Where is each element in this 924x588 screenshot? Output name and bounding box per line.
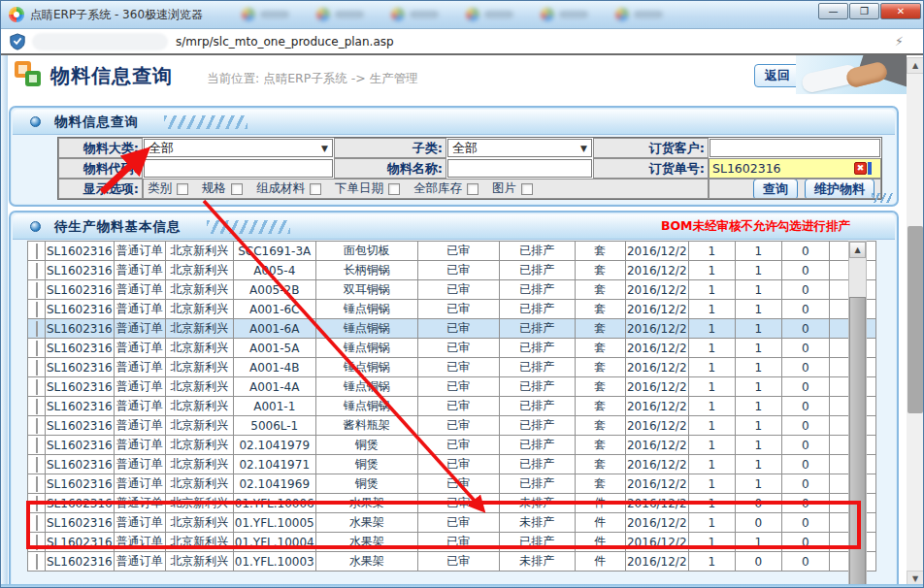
cell-customer: 北京新利兴: [165, 436, 233, 455]
cell-material-name: 铜煲: [315, 474, 417, 494]
url-text[interactable]: s/mrp/slc_mto_one_produce_plan.asp: [176, 35, 394, 49]
cell-unit: 套: [575, 377, 625, 397]
cell-audit-status: 已审: [417, 319, 499, 339]
option-picture-checkbox[interactable]: [521, 183, 533, 195]
cell-material-name: 双耳铜锅: [315, 280, 417, 300]
cell-qty-2: 1: [735, 280, 781, 300]
blurred-tab[interactable]: [466, 8, 513, 21]
row-checkbox[interactable]: [36, 399, 38, 414]
cell-order-type: 普通订单: [114, 416, 165, 436]
page-banner: 物料信息查询 当前位置: 点晴ERP子系统 -> 生产管理 返回: [8, 55, 907, 94]
cell-qty-1: 1: [688, 319, 735, 339]
cell-customer: 北京新利兴: [165, 280, 233, 300]
row-checkbox-cell: [28, 436, 46, 455]
option-spec-checkbox[interactable]: [231, 183, 243, 195]
scroll-up-icon[interactable]: ▲: [907, 57, 924, 74]
table-row: SL1602316普通订单北京新利兴02.1041979铜煲已审已排产套2016…: [28, 436, 876, 455]
option-category-checkbox[interactable]: [177, 183, 188, 195]
order-lookup-icon[interactable]: [868, 162, 872, 175]
customer-input[interactable]: [710, 139, 880, 157]
cell-qty-3: 0: [781, 377, 829, 397]
option-components-checkbox[interactable]: [310, 183, 321, 195]
material-name-input[interactable]: [447, 159, 592, 178]
blurred-tab-icon: [242, 8, 255, 21]
page-scrollbar[interactable]: ▲ ▼: [907, 57, 924, 587]
blurred-tab[interactable]: [615, 8, 663, 21]
cell-unit: 套: [575, 319, 625, 339]
page-scrollbar-thumb[interactable]: [908, 226, 923, 413]
cell-qty-1: 1: [688, 494, 735, 513]
row-checkbox[interactable]: [36, 418, 38, 434]
cell-qty-1: 1: [688, 397, 735, 416]
blurred-tab[interactable]: [541, 8, 588, 21]
row-checkbox[interactable]: [36, 438, 38, 453]
clear-order-icon[interactable]: ✖: [854, 162, 867, 175]
shield-icon[interactable]: [9, 33, 26, 50]
row-checkbox[interactable]: [36, 341, 38, 356]
order-no-input[interactable]: SL1602316 ✖: [709, 158, 881, 179]
chevron-down-icon: ▼: [321, 144, 328, 153]
cell-order-date: 2016/12/2: [625, 280, 688, 300]
cell-qty-2: 1: [735, 339, 781, 358]
blurred-tab[interactable]: [316, 8, 364, 21]
blurred-tab[interactable]: [242, 8, 289, 21]
row-checkbox[interactable]: [36, 554, 38, 570]
cell-order-date: 2016/12/2: [625, 436, 688, 455]
blurred-tab[interactable]: [391, 8, 439, 21]
subcategory-select[interactable]: 全部▼: [447, 139, 592, 157]
cell-audit-status: 已审: [417, 436, 499, 455]
table-row: SL1602316普通订单北京新利兴01.YFL.10003水果架已审未排产件2…: [28, 552, 876, 572]
minimize-button[interactable]: —: [818, 3, 848, 19]
cell-customer: 北京新利兴: [165, 455, 233, 474]
cell-material-code: 01.YFL.10004: [233, 533, 315, 552]
cell-customer: 北京新利兴: [165, 513, 233, 533]
maximize-button[interactable]: ❐: [849, 3, 879, 19]
cell-customer: 北京新利兴: [165, 552, 233, 572]
option-all-stock: 全部库存: [413, 180, 478, 197]
row-checkbox[interactable]: [36, 379, 38, 395]
cell-qty-3: 0: [781, 397, 829, 416]
row-checkbox[interactable]: [36, 263, 38, 278]
row-checkbox[interactable]: [36, 457, 38, 473]
row-checkbox[interactable]: [36, 535, 38, 550]
row-checkbox[interactable]: [36, 282, 38, 298]
table-scrollbar-thumb[interactable]: [849, 297, 866, 588]
cell-unit: 套: [575, 339, 625, 358]
sphere-icon: [30, 221, 41, 232]
scroll-up-icon[interactable]: ▲: [849, 242, 866, 258]
row-checkbox[interactable]: [36, 244, 38, 259]
row-checkbox[interactable]: [36, 302, 38, 317]
cell-qty-1: 1: [688, 261, 735, 280]
row-checkbox[interactable]: [36, 496, 38, 511]
back-button[interactable]: 返回: [754, 64, 801, 87]
cell-material-code: SCC1691-3A: [233, 242, 315, 261]
cell-unit: 套: [575, 358, 625, 377]
row-checkbox[interactable]: [36, 515, 38, 531]
cell-audit-status: 已审: [417, 552, 499, 572]
materials-table: SL1602316普通订单北京新利兴SCC1691-3A面包切板已审已排产套20…: [27, 241, 876, 572]
material-code-input[interactable]: [144, 159, 333, 178]
query-button[interactable]: 查询: [753, 179, 798, 199]
option-order-date-checkbox[interactable]: [388, 183, 400, 195]
browser-logo-icon: [9, 7, 24, 22]
blurred-tab-icon: [615, 8, 629, 21]
table-scrollbar[interactable]: ▲: [848, 241, 867, 588]
row-checkbox[interactable]: [36, 476, 38, 492]
cell-qty-2: 0: [735, 494, 781, 513]
row-checkbox-cell: [28, 494, 46, 513]
row-checkbox[interactable]: [36, 321, 38, 337]
row-checkbox[interactable]: [36, 360, 38, 376]
cell-material-code: A001-6A: [233, 319, 315, 339]
cell-order-no: SL1602316: [46, 474, 115, 494]
cell-material-code: A001-4A: [233, 377, 315, 397]
option-all-stock-checkbox[interactable]: [467, 183, 478, 195]
chevron-down-icon: ▼: [580, 144, 587, 153]
lightning-icon[interactable]: ⚡: [895, 34, 904, 49]
row-checkbox-cell: [28, 339, 46, 358]
close-button[interactable]: ✕: [880, 3, 921, 19]
address-bar: s/mrp/slc_mto_one_produce_plan.asp ⚡: [1, 29, 924, 55]
maintain-material-button[interactable]: 维护物料: [805, 179, 874, 199]
page-title: 物料信息查询: [50, 63, 173, 89]
material-category-select[interactable]: 全部▼: [144, 139, 333, 157]
display-options: 类别 规格 组成材料 下单日期 全部库存 图片: [143, 179, 709, 199]
